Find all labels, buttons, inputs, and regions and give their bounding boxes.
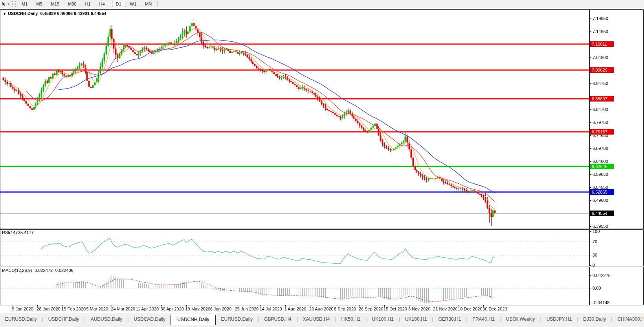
chart-tab-eurusd-daily[interactable]: EURUSD,Daily (216, 315, 258, 325)
collapse-triangle-icon[interactable]: ▼ (3, 12, 6, 16)
price-axis-tick: 6.49600 (593, 198, 608, 203)
price-level-badge: 7.00029 (590, 67, 614, 73)
date-axis-label: 30 Apr 2020 (161, 307, 184, 311)
date-axis-label: 26 Sep 2020 (359, 307, 383, 311)
chart-tab-eurusd-daily[interactable]: EURUSD,Daily (0, 315, 42, 325)
price-chart-canvas[interactable] (0, 0, 644, 314)
date-axis-label: 3 Nov 2020 (408, 307, 430, 311)
date-axis-label: 25 Jun 2020 (235, 307, 259, 311)
price-level-badge: 6.88897 (590, 96, 614, 102)
chart-symbol-title: ▼USDCNH,Daily 6.45839 6.46086 6.43901 6.… (3, 11, 106, 16)
rsi-indicator-label: RSI(14) 35.4177 (2, 230, 34, 235)
price-level-badge: 6.76157 (590, 129, 614, 135)
current-price-badge: 6.44554 (590, 211, 614, 216)
macd-axis-tick: 0.042275 (593, 273, 611, 278)
chart-tab-gbpusd-h4[interactable]: GBPUSD,H4 (259, 315, 296, 325)
chart-tab-ger30-h1[interactable]: GER30,H1 (433, 315, 466, 325)
rsi-axis-tick: 100 (593, 229, 600, 234)
price-axis-tick: 6.64600 (593, 159, 608, 164)
price-axis-tick: 6.94750 (593, 81, 608, 86)
chart-tab-xauusd-h4[interactable]: XAUUSD,H4 (298, 315, 335, 325)
date-axis-label: 19 May 2020 (185, 307, 211, 311)
price-axis-tick: 7.04800 (593, 55, 608, 60)
date-axis-label: 15 Feb 2020 (61, 307, 86, 311)
price-level-badge: 6.62646 (590, 164, 614, 169)
chart-tab-usdcnh-daily[interactable]: USDCNH,Daily (171, 315, 216, 325)
price-level-badge: 6.52865 (590, 189, 614, 195)
chart-tab-usdcad-daily[interactable]: USDCAD,Daily (128, 315, 171, 325)
chart-tab-usdjpy-h1[interactable]: USDJPY,H1 (541, 315, 577, 325)
date-axis-label: 20 Aug 2020 (309, 307, 334, 311)
price-axis-tick: 6.69700 (593, 146, 608, 151)
macd-axis-tick: 0.00 (593, 286, 601, 290)
chart-tab-uk100-h1[interactable]: UK100,H1 (400, 315, 432, 325)
date-axis-label: 9 Jan 2020 (12, 307, 33, 311)
price-axis-tick: 6.59650 (593, 172, 608, 177)
rsi-axis-tick: 30 (593, 253, 597, 257)
chart-tab-audusd-daily[interactable]: AUDUSD,Daily (86, 315, 128, 325)
rsi-axis-tick: 70 (593, 239, 597, 244)
chart-tab-usoil-weekly[interactable]: USOil,Weekly (501, 315, 540, 325)
chart-tab-fra40-h1[interactable]: FRA40,H1 (468, 315, 500, 325)
chart-tab-usdchf-daily[interactable]: USDCHF,Daily (43, 315, 84, 325)
date-axis-label: 11 Apr 2020 (136, 307, 159, 311)
date-axis-label: 1 Aug 2020 (284, 307, 306, 311)
date-axis-label: 8 Sep 2020 (334, 307, 356, 311)
chart-tab-dj30-daily[interactable]: DJ30,Daily (578, 315, 611, 325)
macd-axis-tick: -0.04148 (593, 300, 609, 305)
date-axis-label: 5 Mar 2020 (86, 307, 108, 311)
date-axis-label: 15 Oct 2020 (383, 307, 407, 311)
chart-tab-china300-h1[interactable]: CHINA300,H1 (612, 315, 644, 325)
chart-tab-bar: EURUSD,Daily|USDCHF,Daily|AUDUSD,Daily|U… (0, 314, 644, 327)
chart-tab-hk50-h1[interactable]: HK50,H1 (336, 315, 366, 325)
price-axis-tick: 7.19950 (593, 16, 608, 21)
date-axis-label: 24 Mar 2020 (111, 307, 135, 311)
price-axis-tick: 6.79750 (593, 120, 608, 125)
chart-tab-uk100-h1[interactable]: UK100,H1 (367, 315, 398, 325)
rsi-axis-tick: 0 (593, 263, 595, 268)
date-axis-label: 30 Dec 2020 (483, 307, 507, 311)
price-axis-tick: 6.39550 (593, 224, 608, 229)
date-axis-label: 28 Jan 2020 (37, 307, 61, 311)
price-axis-tick: 6.84700 (593, 107, 608, 112)
date-axis-label: 10 Dec 2020 (458, 307, 482, 311)
trading-platform-window: ▾ M1M5M15M30H1H4D1W1MN ▼USDCNH,Daily 6.4… (0, 0, 644, 327)
date-axis-label: 14 Jul 2020 (260, 307, 282, 311)
date-axis-label: 6 Jun 2020 (210, 307, 231, 311)
price-level-badge: 7.10011 (590, 41, 614, 47)
symbol-period-label: USDCNH,Daily (8, 11, 38, 16)
date-axis-label: 21 Nov 2020 (433, 307, 457, 311)
ohlc-values: 6.45839 6.46086 6.43901 6.44554 (40, 11, 106, 16)
tabs-container: EURUSD,Daily|USDCHF,Daily|AUDUSD,Daily|U… (0, 314, 644, 325)
macd-indicator-label: MACD(12,26,9) -0.022472 -0.022406 (2, 268, 73, 273)
price-axis-tick: 7.14850 (593, 29, 608, 34)
